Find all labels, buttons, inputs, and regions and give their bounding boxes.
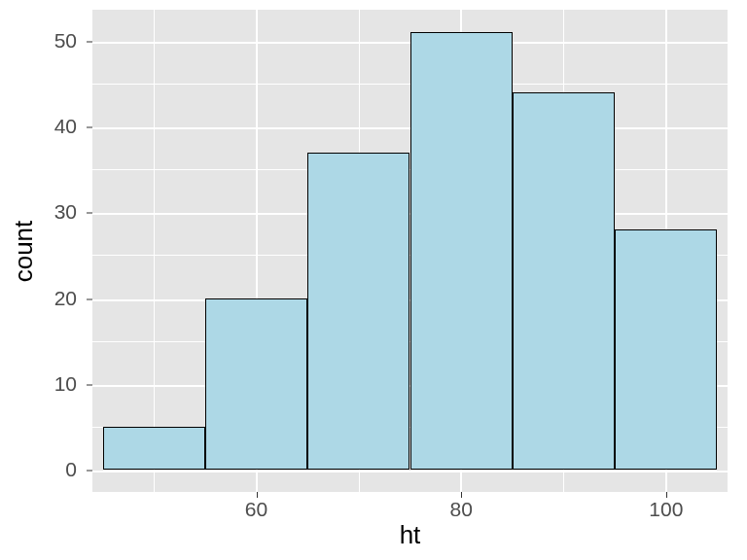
x-tick-mark (461, 492, 462, 498)
x-axis-title: ht (92, 520, 728, 550)
plot-panel (92, 10, 728, 492)
x-tick-mark (257, 492, 258, 498)
histogram-bar (615, 229, 717, 470)
histogram-bar (205, 298, 307, 471)
y-tick-label: 10 (54, 372, 77, 396)
y-tick-labels: 01020304050 (39, 10, 83, 492)
x-axis-title-text: ht (400, 520, 421, 549)
y-axis-title-text: count (10, 220, 40, 282)
y-tick-mark (87, 41, 92, 42)
x-tick-label: 60 (245, 498, 267, 521)
y-tick-mark (87, 384, 92, 385)
y-tick-label: 20 (54, 287, 77, 310)
y-tick-label: 50 (54, 29, 77, 52)
bars-layer (92, 10, 728, 492)
histogram-chart: count ht 01020304050 6080100 (0, 0, 747, 560)
y-axis-title: count (10, 0, 39, 502)
x-tick-mark (666, 492, 667, 498)
y-tick-mark (87, 127, 92, 128)
y-tick-label: 0 (65, 458, 77, 481)
y-tick-label: 40 (54, 115, 77, 138)
y-tick-mark (87, 471, 92, 472)
x-tick-label: 80 (449, 498, 472, 521)
y-tick-mark (87, 298, 92, 299)
histogram-bar (513, 92, 615, 470)
y-tick-label: 30 (54, 200, 77, 224)
x-tick-label: 100 (649, 498, 683, 521)
histogram-bar (410, 32, 513, 470)
histogram-bar (103, 427, 205, 470)
histogram-bar (307, 153, 409, 471)
y-tick-mark (87, 213, 92, 214)
x-tick-labels: 6080100 (92, 498, 728, 521)
